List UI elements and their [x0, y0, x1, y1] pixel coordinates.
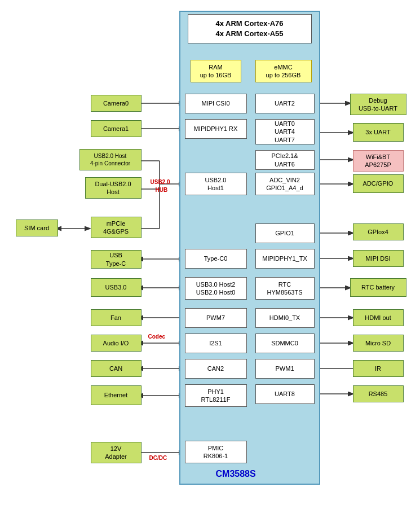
sdmmc0-box: SDMMC0 — [255, 334, 315, 353]
usb20host1-box: USB2.0 Host1 — [185, 173, 247, 195]
ram-label: RAM up to 16GB — [200, 63, 232, 80]
uart047-box: UART0 UART4 UART7 — [255, 119, 315, 144]
pwm7-box: PWM7 — [185, 308, 247, 328]
pwm1-box: PWM1 — [255, 359, 315, 379]
rs485-box: RS485 — [353, 385, 404, 402]
gpio1-box: GPIO1 — [255, 223, 315, 243]
usb20host4pin-box: USB2.0 Host 4-pin Connector — [79, 149, 142, 170]
phy1-box: PHY1 RTL8211F — [185, 384, 247, 407]
mipicsi0-box: MIPI CSI0 — [185, 94, 247, 113]
gpiox4-box: GPIox4 — [353, 223, 404, 240]
emmc-box: eMMC up to 256GB — [255, 60, 312, 82]
typec0-box: Type-C0 — [185, 249, 247, 269]
uart3x-box: 3x UART — [353, 123, 404, 142]
mipidphy1tx-box: MIPIDPHY1_TX — [255, 249, 315, 269]
cpu-label: 4x ARM Cortex-A76 4x ARM Cortex-A55 — [215, 19, 283, 39]
uart2-box: UART2 — [255, 94, 315, 113]
cm-label: CM3588S — [216, 469, 256, 479]
pcie21uart6-box: PCIe2.1& UART6 — [255, 150, 315, 170]
usb20-label: USB2.0 — [151, 179, 170, 185]
hdmiout-box: HDMI out — [353, 309, 404, 326]
hub-label: HUB — [156, 187, 168, 193]
ethernet-box: Ethernet — [91, 385, 142, 405]
ram-box: RAM up to 16GB — [191, 60, 241, 82]
pmic-box: PMIC RK806-1 — [185, 441, 247, 463]
usb30-box: USB3.0 — [91, 278, 142, 297]
simcard-box: SIM card — [16, 220, 58, 236]
hdmi0tx-box: HDMI0_TX — [255, 308, 315, 328]
adcgpio-box: ADC/GPIO — [353, 174, 404, 193]
camera1-box: Camera1 — [91, 120, 142, 137]
dualusb20host-box: Dual-USB2.0 Host — [85, 177, 142, 199]
adcvin2-box: ADC_VIN2 GPIO1_A4_d — [255, 173, 315, 195]
mipidsi-box: MIPI DSI — [353, 250, 404, 267]
microsd-box: Micro SD — [353, 335, 404, 352]
ir-box: IR — [353, 360, 404, 377]
rtc-box: RTC HYM8563TS — [255, 277, 315, 300]
block-diagram: 4x ARM Cortex-A76 4x ARM Cortex-A55 RAM … — [7, 6, 413, 503]
cpu-header: 4x ARM Cortex-A76 4x ARM Cortex-A55 — [188, 14, 312, 43]
dcdc-label: DC/DC — [149, 455, 167, 461]
usb3host2-box: USB3.0 Host2 USB2.0 Host0 — [185, 277, 247, 300]
camera0-box: Camera0 — [91, 95, 142, 112]
debuguart-box: Debug USB-to-UART — [350, 94, 406, 115]
adapter12v-box: 12V Adapter — [91, 442, 142, 463]
rtcbattery-box: RTC battery — [350, 278, 406, 297]
wifibt-box: WiFi&BT AP6275P — [353, 150, 404, 172]
codec-label: Codec — [148, 334, 166, 340]
audiio-box: Audio I/O — [91, 335, 142, 352]
uart8-box: UART8 — [255, 384, 315, 404]
i2s1-box: I2S1 — [185, 334, 247, 353]
emmc-label: eMMC up to 256GB — [266, 63, 301, 80]
fan-box: Fan — [91, 309, 142, 326]
usbtypec-box: USB Type-C — [91, 250, 142, 269]
mipidphy1rx-box: MIPIDPHY1 RX — [185, 119, 247, 139]
can2-box: CAN2 — [185, 359, 247, 379]
can-box: CAN — [91, 360, 142, 377]
mpcie-box: mPCIe 4G&GPS — [91, 217, 142, 238]
